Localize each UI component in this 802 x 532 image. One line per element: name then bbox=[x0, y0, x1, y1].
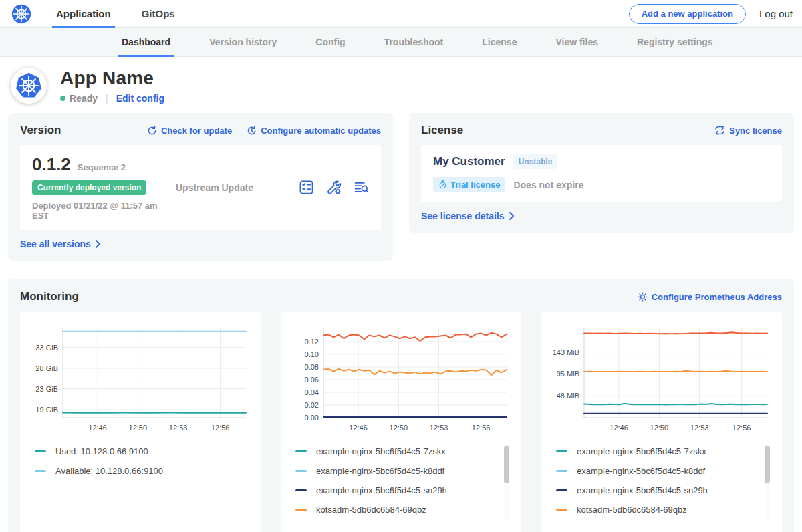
legend-swatch bbox=[35, 450, 46, 452]
license-card-title: License bbox=[421, 124, 714, 137]
legend-item: kotsadm-5db6dc6584-69qbz bbox=[295, 500, 509, 519]
topnav-tab-gitops[interactable]: GitOps bbox=[138, 0, 179, 28]
tab-license[interactable]: License bbox=[478, 28, 521, 56]
status-badge: Ready bbox=[70, 93, 98, 104]
tab-view-files-label: View files bbox=[555, 37, 598, 47]
svg-text:0.10: 0.10 bbox=[305, 350, 319, 358]
app-header: App Name Ready | Edit config bbox=[0, 57, 802, 113]
tab-config[interactable]: Config bbox=[311, 28, 349, 56]
svg-text:12:46: 12:46 bbox=[88, 424, 107, 432]
see-all-versions-link[interactable]: See all versions bbox=[20, 239, 101, 249]
tab-license-label: License bbox=[482, 37, 517, 47]
page-title: App Name bbox=[60, 68, 164, 89]
legend-swatch bbox=[556, 489, 567, 491]
version-number: 0.1.2 bbox=[32, 154, 71, 175]
divider: | bbox=[106, 93, 108, 104]
monitoring-card: Monitoring Configure Prometheus Address … bbox=[8, 279, 794, 532]
clock-refresh-icon bbox=[247, 126, 257, 136]
legend-label: Used: 10.128.0.66:9100 bbox=[55, 446, 148, 456]
version-card: Version Check for update Configure au bbox=[8, 113, 393, 261]
svg-text:12:50: 12:50 bbox=[390, 424, 408, 432]
sequence-label: Sequence 2 bbox=[78, 162, 126, 172]
legend-scrollbar-thumb[interactable] bbox=[765, 446, 770, 483]
legend-swatch bbox=[556, 450, 567, 452]
tab-troubleshoot-label: Troubleshoot bbox=[384, 37, 444, 47]
legend-item: example-nginx-5bc6f5d4c5-sn29h bbox=[556, 481, 770, 500]
see-all-versions-label: See all versions bbox=[20, 239, 91, 249]
sync-license-label: Sync license bbox=[729, 126, 782, 136]
legend-item: example-nginx-5bc6f5d4c5-7zskx bbox=[556, 442, 770, 461]
preflight-checks-icon[interactable] bbox=[299, 180, 314, 195]
sync-license-link[interactable]: Sync license bbox=[714, 126, 782, 136]
memory-usage-panel: 143 MiB95 MiB48 MiB12:4612:5012:5312:56 … bbox=[541, 312, 782, 532]
see-license-details-link[interactable]: See license details bbox=[421, 211, 515, 221]
legend-label: Available: 10.128.0.66:9100 bbox=[55, 466, 163, 476]
license-details-box: My Customer Unstable Trial license Does … bbox=[421, 145, 782, 202]
stopwatch-icon bbox=[438, 180, 447, 189]
app-icon bbox=[11, 68, 47, 104]
svg-text:0.08: 0.08 bbox=[305, 363, 319, 371]
svg-text:12:53: 12:53 bbox=[169, 424, 188, 432]
legend-swatch bbox=[295, 489, 307, 491]
license-card: License Sync license My Customer Unstabl… bbox=[409, 113, 794, 233]
svg-text:0.00: 0.00 bbox=[305, 414, 319, 422]
refresh-icon bbox=[147, 126, 157, 136]
check-for-update-link[interactable]: Check for update bbox=[147, 126, 232, 136]
svg-text:0.06: 0.06 bbox=[305, 376, 319, 384]
memory-usage-title: Memory Usage bbox=[549, 523, 774, 532]
legend-swatch bbox=[35, 470, 46, 472]
topnav-tab-application[interactable]: Application bbox=[52, 0, 115, 28]
svg-text:12:46: 12:46 bbox=[610, 424, 628, 432]
tab-troubleshoot[interactable]: Troubleshoot bbox=[380, 28, 448, 56]
legend-label: example-nginx-5bc6f5d4c5-7zskx bbox=[316, 446, 446, 456]
legend-label: example-nginx-5bc6f5d4c5-k8ddf bbox=[577, 466, 705, 476]
tab-registry-settings[interactable]: Registry settings bbox=[633, 28, 717, 56]
legend-label: example-nginx-5bc6f5d4c5-sn29h bbox=[316, 485, 447, 495]
configure-prometheus-link[interactable]: Configure Prometheus Address bbox=[638, 292, 782, 302]
tab-dashboard-label: Dashboard bbox=[122, 37, 170, 47]
legend-item: Used: 10.128.0.66:9100 bbox=[35, 442, 249, 461]
current-version-box: 0.1.2 Sequence 2 Currently deployed vers… bbox=[20, 145, 381, 230]
tab-registry-settings-label: Registry settings bbox=[637, 37, 713, 47]
svg-text:12:56: 12:56 bbox=[472, 424, 491, 432]
legend-label: example-nginx-5bc6f5d4c5-k8ddf bbox=[316, 466, 444, 476]
legend-label: example-nginx-5bc6f5d4c5-sn29h bbox=[577, 485, 708, 495]
tab-version-history-label: Version history bbox=[209, 37, 277, 47]
svg-text:48 MiB: 48 MiB bbox=[557, 392, 579, 400]
kubernetes-logo-icon[interactable] bbox=[11, 3, 32, 25]
version-source-label: Upstream Update bbox=[176, 182, 299, 193]
tab-dashboard[interactable]: Dashboard bbox=[118, 28, 174, 56]
deployed-timestamp: Deployed 01/21/22 @ 11:57 am EST bbox=[32, 201, 176, 221]
svg-text:0.04: 0.04 bbox=[305, 388, 319, 396]
tab-version-history[interactable]: Version history bbox=[205, 28, 281, 56]
svg-text:95 MiB: 95 MiB bbox=[557, 370, 579, 378]
legend-scrollbar-thumb[interactable] bbox=[504, 446, 509, 483]
legend-item: kotsadm-5db6dc6584-69qbz bbox=[556, 500, 770, 519]
configure-automatic-updates-link[interactable]: Configure automatic updates bbox=[247, 126, 381, 136]
version-card-title: Version bbox=[20, 124, 147, 137]
svg-text:12:53: 12:53 bbox=[690, 424, 709, 432]
trial-license-badge: Trial license bbox=[433, 177, 505, 192]
disk-usage-title: Disk Usage bbox=[28, 523, 253, 532]
top-nav: Application GitOps Add a new application… bbox=[0, 0, 802, 28]
legend-label: kotsadm-5db6dc6584-69qbz bbox=[577, 505, 687, 515]
app-sub-nav: Dashboard Version history Config Trouble… bbox=[0, 28, 802, 57]
legend-item: example-nginx-5bc6f5d4c5-k8ddf bbox=[295, 461, 509, 481]
config-wrench-icon[interactable] bbox=[326, 180, 342, 195]
dashboard-cards-row: Version Check for update Configure au bbox=[0, 113, 802, 261]
cpu-usage-title: CPU Usage bbox=[289, 523, 513, 532]
svg-text:33 GiB: 33 GiB bbox=[35, 344, 58, 352]
check-for-update-label: Check for update bbox=[161, 126, 232, 136]
see-license-details-label: See license details bbox=[421, 211, 505, 221]
logout-button[interactable]: Log out bbox=[759, 8, 793, 19]
chevron-right-icon bbox=[95, 240, 101, 248]
deploy-logs-icon[interactable] bbox=[354, 180, 369, 195]
edit-config-link[interactable]: Edit config bbox=[116, 93, 164, 104]
customer-name: My Customer bbox=[433, 155, 505, 168]
tab-view-files[interactable]: View files bbox=[551, 28, 602, 56]
add-new-application-button[interactable]: Add a new application bbox=[629, 4, 746, 24]
cpu-usage-chart: 0.120.100.080.060.040.020.0012:4612:5012… bbox=[289, 321, 512, 435]
legend-swatch bbox=[295, 470, 307, 472]
chevron-right-icon bbox=[509, 212, 515, 220]
legend-swatch bbox=[295, 509, 307, 511]
